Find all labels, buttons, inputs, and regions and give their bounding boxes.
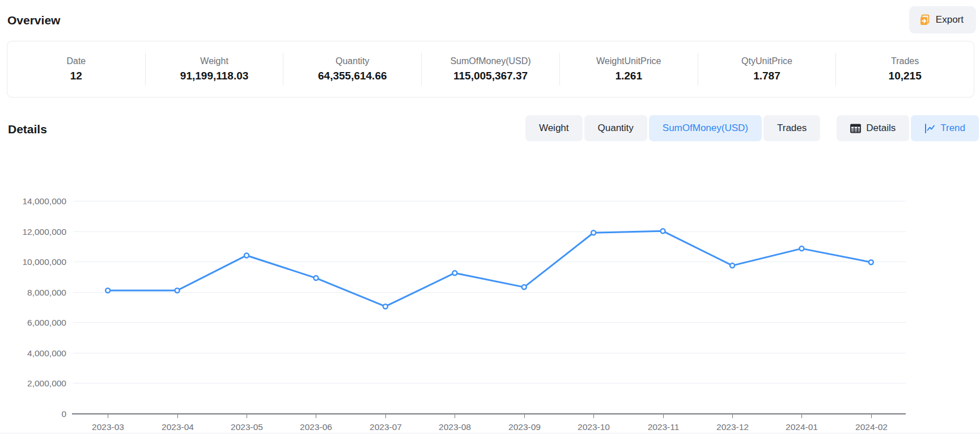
details-title: Details — [8, 123, 47, 136]
view-details-button[interactable]: Details — [837, 115, 909, 141]
chart-point — [244, 253, 249, 258]
stat-label: Weight — [200, 56, 228, 66]
chart-point — [730, 263, 735, 268]
chart-point — [452, 271, 457, 275]
export-button[interactable]: Export — [909, 6, 976, 33]
y-axis-label: 8,000,000 — [27, 288, 66, 297]
metric-tab-group: Weight Quantity SumOfMoney(USD) Trades — [525, 115, 820, 141]
series-line — [108, 231, 871, 306]
stat-sum-of-money: SumOfMoney(USD) 115,005,367.37 — [422, 41, 559, 97]
tab-trades[interactable]: Trades — [763, 115, 820, 141]
view-details-label: Details — [866, 123, 896, 134]
chart-point — [799, 246, 804, 251]
trend-chart: 02,000,0004,000,0006,000,0008,000,00010,… — [0, 150, 980, 434]
chart-point — [105, 288, 110, 293]
y-axis-label: 6,000,000 — [27, 318, 66, 327]
stat-qty-unit-price: QtyUnitPrice 1.787 — [698, 41, 836, 97]
y-axis-label: 2,000,000 — [27, 378, 66, 388]
x-axis-label: 2023-05 — [231, 422, 263, 432]
x-axis-label: 2023-06 — [300, 422, 332, 432]
export-button-label: Export — [936, 14, 964, 26]
stat-value: 91,199,118.03 — [180, 70, 248, 82]
stat-trades: Trades 10,215 — [836, 41, 974, 97]
stat-value: 64,355,614.66 — [318, 70, 387, 82]
x-axis-label: 2023-04 — [162, 422, 194, 432]
chart-point — [869, 260, 873, 264]
bottom-separator — [0, 433, 980, 433]
stat-value: 12 — [70, 70, 82, 82]
overview-stats-card: Date 12 Weight 91,199,118.03 Quantity 64… — [7, 41, 974, 98]
stat-label: QtyUnitPrice — [741, 56, 792, 66]
x-axis-label: 2023-10 — [578, 422, 610, 432]
y-axis-label: 10,000,000 — [22, 257, 66, 267]
stat-label: SumOfMoney(USD) — [450, 56, 531, 66]
view-toggle-group: Details Trend — [837, 115, 979, 141]
tab-sum-of-money[interactable]: SumOfMoney(USD) — [649, 115, 762, 141]
x-axis-label: 2023-07 — [370, 422, 402, 432]
chart-point — [522, 285, 527, 289]
x-axis-label: 2023-11 — [648, 422, 680, 432]
stat-value: 10,215 — [889, 70, 922, 82]
stat-value: 1.261 — [615, 70, 642, 82]
page-title: Overview — [7, 14, 60, 27]
x-axis-label: 2024-01 — [786, 422, 818, 432]
dashboard-page: Overview Export Date 12 Weight 91,199,11… — [0, 0, 980, 434]
view-trend-button[interactable]: Trend — [911, 115, 979, 141]
x-axis-label: 2023-08 — [439, 422, 471, 432]
stat-date: Date 12 — [7, 41, 145, 97]
trend-icon — [924, 124, 935, 133]
stat-weight: Weight 91,199,118.03 — [146, 41, 283, 97]
x-axis-label: 2023-03 — [92, 422, 124, 432]
export-icon — [919, 14, 931, 26]
stat-weight-unit-price: WeightUnitPrice 1.261 — [560, 41, 698, 97]
tab-weight[interactable]: Weight — [525, 115, 583, 141]
stat-value: 115,005,367.37 — [453, 70, 528, 82]
stat-label: Date — [66, 56, 86, 66]
trend-chart-area: 02,000,0004,000,0006,000,0008,000,00010,… — [0, 150, 980, 434]
stat-quantity: Quantity 64,355,614.66 — [283, 41, 421, 97]
x-axis-label: 2023-12 — [716, 422, 749, 432]
chart-point — [383, 304, 388, 309]
stat-label: Quantity — [336, 56, 370, 66]
stat-label: Trades — [891, 56, 919, 66]
x-axis-label: 2023-09 — [508, 422, 541, 432]
details-toolbar: Weight Quantity SumOfMoney(USD) Trades D… — [525, 115, 979, 141]
chart-point — [661, 229, 665, 233]
stat-label: WeightUnitPrice — [596, 56, 661, 66]
y-axis-label: 0 — [61, 409, 66, 419]
table-icon — [850, 124, 861, 133]
y-axis-label: 14,000,000 — [22, 196, 66, 206]
chart-point — [314, 276, 319, 280]
x-axis-label: 2024-02 — [855, 422, 888, 432]
stat-value: 1.787 — [753, 70, 780, 82]
chart-point — [591, 230, 596, 235]
tab-quantity[interactable]: Quantity — [584, 115, 647, 141]
y-axis-label: 4,000,000 — [27, 348, 66, 358]
view-trend-label: Trend — [940, 123, 965, 134]
chart-point — [175, 288, 180, 293]
y-axis-label: 12,000,000 — [22, 227, 66, 237]
